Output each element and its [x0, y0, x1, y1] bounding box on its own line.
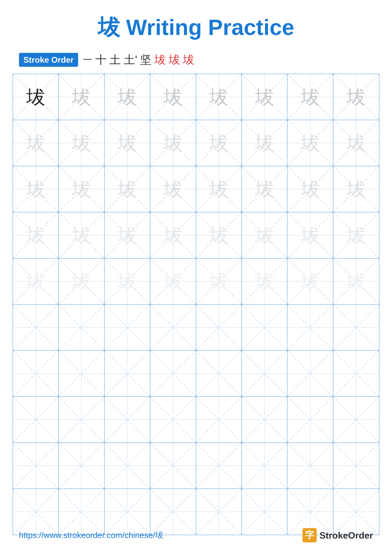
- grid-cell[interactable]: 坺: [150, 120, 196, 166]
- grid-cell[interactable]: [59, 351, 104, 396]
- cell-character: 坺: [301, 88, 320, 106]
- grid-cell[interactable]: [333, 489, 379, 535]
- grid-cell[interactable]: 坺: [105, 258, 150, 304]
- grid-cell[interactable]: [333, 443, 379, 489]
- grid-cell[interactable]: 坺: [59, 212, 104, 258]
- grid-cell[interactable]: 坺: [333, 74, 379, 120]
- cell-character: 坺: [118, 226, 137, 245]
- grid-cell[interactable]: 坺: [242, 212, 287, 258]
- grid-cell[interactable]: [59, 305, 104, 350]
- grid-cell[interactable]: 坺: [287, 120, 333, 166]
- grid-cell[interactable]: [13, 351, 59, 396]
- grid-cell[interactable]: [150, 489, 196, 535]
- grid-cell[interactable]: 坺: [242, 74, 287, 120]
- grid-cell[interactable]: 坺: [287, 258, 333, 304]
- grid-cell[interactable]: 坺: [333, 258, 379, 304]
- grid-cell[interactable]: 坺: [13, 258, 59, 304]
- grid-cell[interactable]: [59, 397, 104, 443]
- grid-cell[interactable]: [105, 397, 150, 443]
- grid-cell[interactable]: 坺: [150, 258, 196, 304]
- grid-cell[interactable]: 坺: [333, 212, 379, 258]
- grid-cell[interactable]: 坺: [333, 120, 379, 166]
- grid-cell[interactable]: 坺: [287, 166, 333, 212]
- grid-cell[interactable]: [287, 489, 333, 535]
- grid-cell[interactable]: [242, 351, 287, 396]
- grid-cell[interactable]: [13, 443, 59, 489]
- grid-cell[interactable]: [287, 443, 333, 489]
- footer-url: https://www.strokeorder.com/chinese/坺: [19, 530, 163, 541]
- grid-cell[interactable]: 坺: [150, 166, 196, 212]
- grid-cell[interactable]: 坺: [105, 166, 150, 212]
- title-area: 坺 Writing Practice: [0, 0, 392, 43]
- grid-cell[interactable]: [196, 351, 242, 396]
- grid-cell[interactable]: 坺: [150, 74, 196, 120]
- grid-cell[interactable]: 坺: [13, 166, 59, 212]
- grid-cell[interactable]: [150, 397, 196, 443]
- grid-cell[interactable]: 坺: [13, 120, 59, 166]
- grid-cell[interactable]: 坺: [196, 166, 242, 212]
- cell-character: 坺: [209, 88, 228, 106]
- grid-cell[interactable]: 坺: [196, 120, 242, 166]
- grid-cell[interactable]: 坺: [150, 212, 196, 258]
- grid-row: [13, 305, 379, 351]
- grid-cell[interactable]: 坺: [13, 212, 59, 258]
- cell-character: 坺: [72, 272, 91, 291]
- grid-cell[interactable]: [105, 351, 150, 396]
- grid-cell[interactable]: [287, 305, 333, 350]
- grid-cell[interactable]: [242, 397, 287, 443]
- grid-row: 坺坺坺坺坺坺坺坺: [13, 258, 379, 305]
- grid-cell[interactable]: [242, 443, 287, 489]
- grid-cell[interactable]: [287, 351, 333, 396]
- grid-cell[interactable]: [13, 305, 59, 350]
- cell-character: 坺: [209, 133, 228, 153]
- grid-cell[interactable]: [196, 489, 242, 535]
- grid-cell[interactable]: 坺: [59, 166, 104, 212]
- stroke-7: 坺: [169, 52, 180, 67]
- grid-cell[interactable]: 坺: [59, 258, 104, 304]
- grid-cell[interactable]: 坺: [287, 74, 333, 120]
- stroke-order-row: Stroke Order 一 十 土 土' 坚 坺 坺 坺: [0, 52, 392, 67]
- grid-cell[interactable]: [242, 305, 287, 350]
- grid-cell[interactable]: [150, 351, 196, 396]
- cell-character: 坺: [26, 226, 45, 245]
- cell-character: 坺: [164, 272, 183, 291]
- grid-cell[interactable]: 坺: [196, 212, 242, 258]
- grid-cell[interactable]: [242, 489, 287, 535]
- grid-cell[interactable]: 坺: [59, 74, 104, 120]
- grid-cell[interactable]: [333, 305, 379, 350]
- grid-cell[interactable]: 坺: [105, 212, 150, 258]
- grid-cell[interactable]: 坺: [59, 120, 104, 166]
- grid-cell[interactable]: [105, 443, 150, 489]
- grid-cell[interactable]: [150, 305, 196, 350]
- cell-character: 坺: [72, 226, 91, 245]
- grid-cell[interactable]: [333, 351, 379, 396]
- grid-row: [13, 397, 379, 443]
- grid-cell[interactable]: [333, 397, 379, 443]
- title-char: 坺: [98, 15, 120, 40]
- cell-character: 坺: [347, 133, 366, 153]
- grid-cell[interactable]: [287, 397, 333, 443]
- grid-cell[interactable]: 坺: [242, 120, 287, 166]
- grid-cell[interactable]: 坺: [105, 74, 150, 120]
- grid-cell[interactable]: [13, 397, 59, 443]
- grid-cell[interactable]: 坺: [196, 258, 242, 304]
- grid-cell[interactable]: 坺: [242, 166, 287, 212]
- grid-cell[interactable]: 坺: [287, 212, 333, 258]
- grid-cell[interactable]: 坺: [13, 74, 59, 120]
- grid-cell[interactable]: 坺: [242, 258, 287, 304]
- grid-cell[interactable]: [196, 443, 242, 489]
- grid-cell[interactable]: [196, 397, 242, 443]
- grid-cell[interactable]: 坺: [333, 166, 379, 212]
- grid-cell[interactable]: [13, 489, 59, 535]
- grid-cell[interactable]: [105, 305, 150, 350]
- grid-cell[interactable]: [59, 489, 104, 535]
- grid-cell[interactable]: [196, 305, 242, 350]
- grid-cell[interactable]: [150, 443, 196, 489]
- writing-grid: 坺坺坺坺坺坺坺坺坺坺坺坺坺坺坺坺坺坺坺坺坺坺坺坺坺坺坺坺坺坺坺坺坺坺坺坺坺坺坺坺: [13, 74, 379, 535]
- grid-row: [13, 351, 379, 397]
- grid-cell[interactable]: 坺: [105, 120, 150, 166]
- grid-cell[interactable]: [59, 443, 104, 489]
- grid-cell[interactable]: [105, 489, 150, 535]
- grid-cell[interactable]: 坺: [196, 74, 242, 120]
- stroke-5: 坚: [140, 52, 151, 67]
